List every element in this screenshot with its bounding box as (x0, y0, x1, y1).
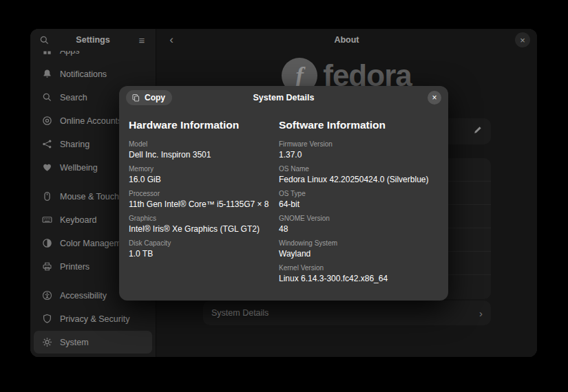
field-windowing-system: Windowing System Wayland (279, 239, 439, 259)
field-firmware-version: Firmware Version 1.37.0 (279, 140, 439, 160)
dialog-close-button[interactable]: × (428, 91, 441, 105)
field-value: 1.37.0 (279, 150, 439, 160)
field-graphics: Graphics Intel® Iris® Xe Graphics (TGL G… (129, 215, 279, 234)
field-label: Firmware Version (279, 140, 439, 149)
copy-button[interactable]: Copy (126, 90, 172, 105)
field-label: Windowing System (279, 239, 439, 248)
field-value: Dell Inc. Inspiron 3501 (129, 150, 279, 160)
software-info-column: Software Information Firmware Version 1.… (279, 113, 439, 289)
copy-icon (132, 94, 140, 102)
dialog-body: Hardware Information Model Dell Inc. Ins… (119, 109, 448, 289)
copy-button-label: Copy (145, 93, 165, 102)
field-disk-capacity: Disk Capacity 1.0 TB (129, 239, 279, 259)
software-section-title: Software Information (279, 119, 439, 131)
field-label: OS Type (279, 190, 439, 198)
field-label: Processor (129, 190, 279, 198)
hardware-section-title: Hardware Information (129, 119, 279, 131)
field-os-name: OS Name Fedora Linux 42.20250424.0 (Silv… (279, 165, 439, 184)
field-processor: Processor 11th Gen Intel® Core™ i5-1135G… (129, 190, 279, 209)
field-gnome-version: GNOME Version 48 (279, 215, 439, 234)
field-value: Wayland (279, 249, 439, 259)
hardware-info-column: Hardware Information Model Dell Inc. Ins… (129, 113, 279, 289)
field-label: Disk Capacity (129, 239, 279, 248)
field-value: 16.0 GiB (129, 175, 279, 184)
field-model: Model Dell Inc. Inspiron 3501 (129, 140, 279, 160)
field-kernel-version: Kernel Version Linux 6.14.3-300.fc42.x86… (279, 264, 439, 283)
dialog-header: Copy System Details × (119, 86, 448, 109)
field-label: OS Name (279, 165, 439, 173)
field-value: Linux 6.14.3-300.fc42.x86_64 (279, 274, 439, 283)
field-os-type: OS Type 64-bit (279, 190, 439, 209)
field-value: Intel® Iris® Xe Graphics (TGL GT2) (129, 224, 279, 234)
field-label: GNOME Version (279, 215, 439, 223)
field-label: Model (129, 140, 279, 149)
field-value: 48 (279, 224, 439, 234)
field-value: 64-bit (279, 199, 439, 209)
field-label: Kernel Version (279, 264, 439, 272)
field-value: 11th Gen Intel® Core™ i5-1135G7 × 8 (129, 199, 279, 209)
field-label: Graphics (129, 215, 279, 223)
system-details-dialog: Copy System Details × Hardware Informati… (119, 86, 448, 301)
field-value: 1.0 TB (129, 249, 279, 259)
close-icon: × (432, 93, 436, 102)
field-memory: Memory 16.0 GiB (129, 165, 279, 184)
field-value: Fedora Linux 42.20250424.0 (Silverblue) (279, 175, 439, 184)
field-label: Memory (129, 165, 279, 173)
